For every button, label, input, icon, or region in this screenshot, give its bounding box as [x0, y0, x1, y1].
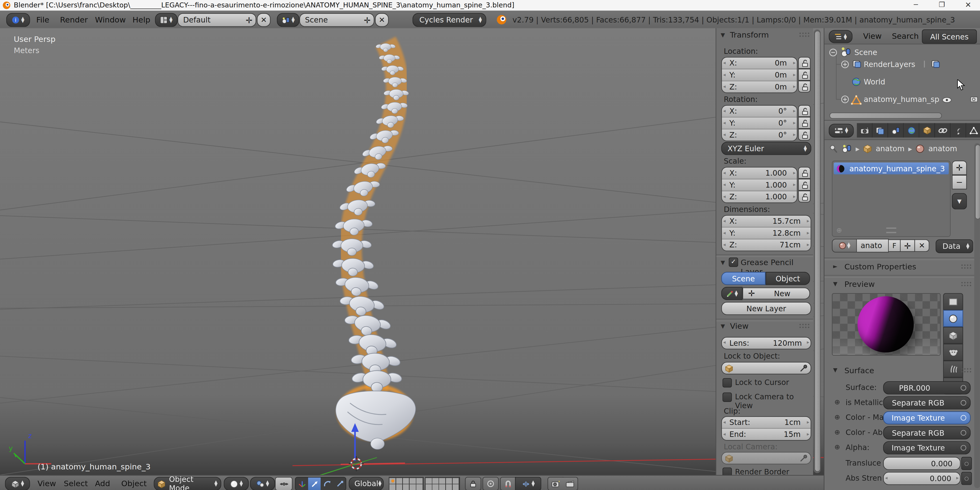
view-menu[interactable]: View — [34, 479, 60, 488]
eyedropper-icon[interactable] — [799, 454, 808, 462]
surface-shader-dropdown[interactable]: PBR.000 — [883, 381, 970, 394]
scale-z-field[interactable]: ◂Z:1.000▸ — [722, 191, 797, 203]
grease-pencil-checkbox[interactable]: ✓ — [729, 258, 738, 267]
local-camera-field[interactable] — [721, 452, 811, 465]
outliner-item-world[interactable]: World — [864, 78, 885, 86]
scene-field[interactable]: Scene ✛ — [299, 13, 374, 27]
preview-hair-button[interactable] — [943, 361, 963, 377]
alpha-dropdown[interactable]: Image Texture — [883, 441, 970, 454]
lock-icon[interactable] — [798, 57, 811, 69]
abs-strength-socket-button[interactable]: ○ — [961, 472, 972, 485]
n-panel-scrollbar[interactable] — [814, 29, 821, 473]
new-material-button[interactable]: ✛ — [900, 239, 915, 252]
dimensions-x-field[interactable]: ◂X:15.7cm▸ — [722, 216, 811, 227]
outliner-item-renderlayers[interactable]: RenderLayers — [864, 60, 915, 69]
add-layout-icon[interactable]: ✛ — [246, 15, 252, 25]
delete-scene-button[interactable]: ✕ — [375, 13, 388, 27]
scrollbar-thumb[interactable] — [975, 144, 980, 219]
transform-orientation-dropdown[interactable]: Global ▲▼ — [349, 477, 384, 490]
screen-layout-icon-button[interactable]: ▲▼ — [155, 13, 178, 27]
rotation-x-field[interactable]: ◂X:0°▸ — [722, 105, 797, 117]
spine-model[interactable] — [331, 43, 415, 450]
material-link-dropdown[interactable]: Data ▲▼ — [936, 239, 973, 253]
lock-icon[interactable] — [798, 68, 811, 81]
lock-to-cursor-checkbox[interactable] — [722, 378, 732, 387]
plus-circle-icon[interactable]: ⊕ — [834, 398, 840, 406]
breadcrumb-object[interactable]: anatom — [876, 144, 904, 153]
snap-element-dropdown[interactable]: ▲▼ — [515, 477, 541, 490]
panel-grip[interactable] — [961, 368, 972, 373]
location-z-field[interactable]: ◂Z:0m▸ — [722, 81, 797, 92]
add-menu[interactable]: Add — [91, 479, 114, 488]
lock-icon[interactable] — [798, 105, 811, 117]
tab-render-layers[interactable] — [873, 123, 888, 138]
rotation-mode-dropdown[interactable]: XYZ Euler ▲▼ — [721, 142, 811, 155]
tab-object[interactable]: Object — [765, 272, 810, 285]
lock-icon[interactable] — [798, 81, 811, 92]
eyedropper-icon[interactable] — [799, 364, 808, 372]
delete-layout-button[interactable]: ✕ — [257, 13, 270, 27]
manipulator-scale-button[interactable] — [333, 477, 345, 490]
collapse-icon[interactable]: ▼ — [721, 323, 725, 329]
lock-to-scene-button[interactable] — [465, 477, 481, 490]
opengl-render-still-button[interactable] — [547, 477, 564, 490]
scene-icon-button[interactable]: ▲▼ — [277, 13, 299, 27]
menu-file[interactable]: File — [33, 15, 53, 24]
clip-start-field[interactable]: ◂Start:1cm▸ — [722, 417, 811, 428]
lock-icon[interactable] — [798, 179, 811, 191]
abs-strength-slider[interactable]: ◂ 0.000 ▸ — [883, 472, 961, 485]
scale-x-field[interactable]: ◂X:1.000▸ — [722, 167, 797, 179]
maximize-button[interactable]: ❐ — [939, 1, 945, 9]
opengl-render-anim-button[interactable] — [563, 477, 578, 490]
pivot-point-dropdown[interactable]: ▲▼ — [250, 477, 275, 490]
material-name-field[interactable]: anato — [857, 239, 889, 252]
mode-dropdown[interactable]: Object Mode ▲▼ — [154, 477, 221, 490]
menu-window[interactable]: Window — [91, 15, 129, 24]
gp-new-button[interactable]: ✛ New — [743, 288, 810, 299]
manipulator-toggle-button[interactable] — [275, 477, 293, 490]
plus-circle-icon[interactable]: ⊕ — [834, 428, 840, 436]
lock-icon[interactable] — [798, 167, 811, 179]
add-slot-button[interactable]: ✛ — [952, 161, 967, 175]
clip-end-field[interactable]: ◂End:15m▸ — [722, 428, 811, 440]
gp-draw-mode-button[interactable]: ▲▼ — [721, 287, 743, 300]
tab-scene[interactable]: Scene — [721, 272, 765, 285]
collapse-icon[interactable]: ▼ — [721, 32, 725, 38]
color-ab-dropdown[interactable]: Separate RGB — [883, 426, 970, 439]
collapse-icon[interactable]: ► — [833, 263, 837, 269]
tab-object[interactable] — [920, 123, 935, 138]
layers-widget-right[interactable] — [425, 477, 460, 490]
minimize-button[interactable]: ─ — [914, 1, 918, 9]
viewport-3d[interactable]: z y User Persp Meters (1) anatomy_human_… — [0, 28, 824, 475]
tab-render[interactable] — [857, 123, 872, 138]
rotation-z-field[interactable]: ◂Z:0°▸ — [722, 129, 797, 141]
layers-widget-left[interactable] — [389, 477, 424, 490]
pin-icon[interactable] — [829, 144, 838, 153]
slot-specials-menu[interactable]: ▼ — [952, 193, 967, 209]
collapse-icon[interactable]: ▼ — [721, 259, 725, 266]
outliner-item-scene[interactable]: Scene — [854, 48, 877, 57]
preview-flat-button[interactable] — [943, 293, 963, 310]
tab-data[interactable] — [966, 123, 980, 138]
outliner-item-object[interactable]: anatomy_human_spin — [864, 95, 940, 104]
breadcrumb-material[interactable]: anatom — [928, 144, 957, 153]
properties-scrollbar[interactable] — [974, 143, 980, 488]
proportional-edit-button[interactable] — [483, 477, 499, 490]
panel-grip[interactable] — [961, 264, 972, 269]
close-button[interactable]: ✕ — [965, 1, 971, 10]
panel-grip[interactable] — [799, 32, 810, 38]
unlink-material-button[interactable]: ✕ — [915, 239, 929, 252]
outliner-display-filter[interactable]: All Scenes — [922, 29, 977, 44]
tab-constraints[interactable] — [935, 123, 951, 138]
material-slot-selected[interactable]: anatomy_human_spine_3 — [834, 162, 949, 174]
preview-cube-button[interactable] — [943, 327, 963, 344]
viewport-shading-dropdown[interactable]: ▲▼ — [224, 477, 248, 490]
remove-slot-button[interactable]: − — [952, 175, 967, 189]
manipulator-axes-button[interactable] — [296, 477, 308, 490]
lock-camera-checkbox[interactable] — [722, 392, 732, 402]
panel-grip[interactable] — [961, 282, 972, 287]
plus-circle-icon[interactable]: ⊕ — [834, 413, 840, 422]
lens-field[interactable]: ◂ Lens: 120mm ▸ — [721, 337, 811, 349]
is-metallic-dropdown[interactable]: Separate RGB — [883, 396, 970, 409]
outliner-menu-search[interactable]: Search — [888, 31, 923, 41]
